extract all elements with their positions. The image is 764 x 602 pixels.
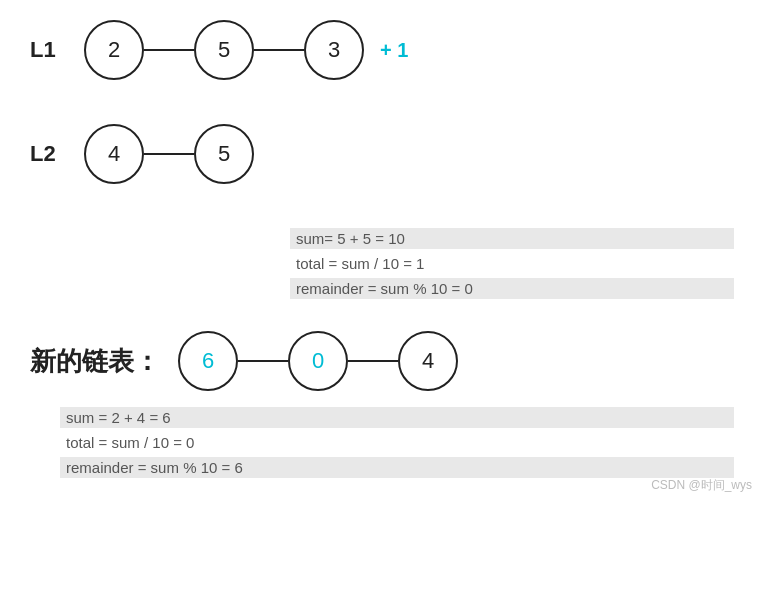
divider-1 bbox=[30, 110, 734, 124]
new-list-connector-0 bbox=[238, 360, 288, 363]
l2-label: L2 bbox=[30, 141, 66, 167]
l1-row: L1 2 5 3 + 1 bbox=[30, 20, 734, 80]
new-list-node-2: 4 bbox=[398, 331, 458, 391]
l1-node-0: 2 bbox=[84, 20, 144, 80]
l2-node-group: 4 5 bbox=[84, 124, 254, 184]
step2-formulas: sum = 2 + 4 = 6 total = sum / 10 = 0 rem… bbox=[60, 407, 734, 478]
step2-formula-2: remainder = sum % 10 = 6 bbox=[60, 457, 734, 478]
divider-2 bbox=[30, 214, 734, 228]
l2-connector-0 bbox=[144, 153, 194, 156]
new-list-node-group: 6 0 4 bbox=[178, 331, 458, 391]
new-list-section: 新的链表： 6 0 4 bbox=[30, 331, 734, 391]
l2-node-0: 4 bbox=[84, 124, 144, 184]
step1-formula-2: remainder = sum % 10 = 0 bbox=[290, 278, 734, 299]
l1-label: L1 bbox=[30, 37, 66, 63]
step2-formula-0: sum = 2 + 4 = 6 bbox=[60, 407, 734, 428]
new-list-node-0: 6 bbox=[178, 331, 238, 391]
l1-connector-1 bbox=[254, 49, 304, 52]
step1-formula-0: sum= 5 + 5 = 10 bbox=[290, 228, 734, 249]
diagram-container: L1 2 5 3 + 1 L2 4 5 sum= 5 + 5 = 10 tota… bbox=[0, 0, 764, 502]
l1-node-2: 3 bbox=[304, 20, 364, 80]
watermark: CSDN @时间_wys bbox=[651, 477, 752, 494]
step1-formula-1: total = sum / 10 = 1 bbox=[290, 253, 734, 274]
new-list-node-1: 0 bbox=[288, 331, 348, 391]
new-list-connector-1 bbox=[348, 360, 398, 363]
l1-node-group: 2 5 3 + 1 bbox=[84, 20, 408, 80]
step1-formulas: sum= 5 + 5 = 10 total = sum / 10 = 1 rem… bbox=[290, 228, 734, 299]
l2-node-1: 5 bbox=[194, 124, 254, 184]
l1-connector-0 bbox=[144, 49, 194, 52]
step2-formula-1: total = sum / 10 = 0 bbox=[60, 432, 734, 453]
divider-3 bbox=[30, 309, 734, 323]
new-list-label: 新的链表： bbox=[30, 344, 160, 379]
l1-node-1: 5 bbox=[194, 20, 254, 80]
l1-suffix: + 1 bbox=[380, 39, 408, 62]
l2-row: L2 4 5 bbox=[30, 124, 734, 184]
